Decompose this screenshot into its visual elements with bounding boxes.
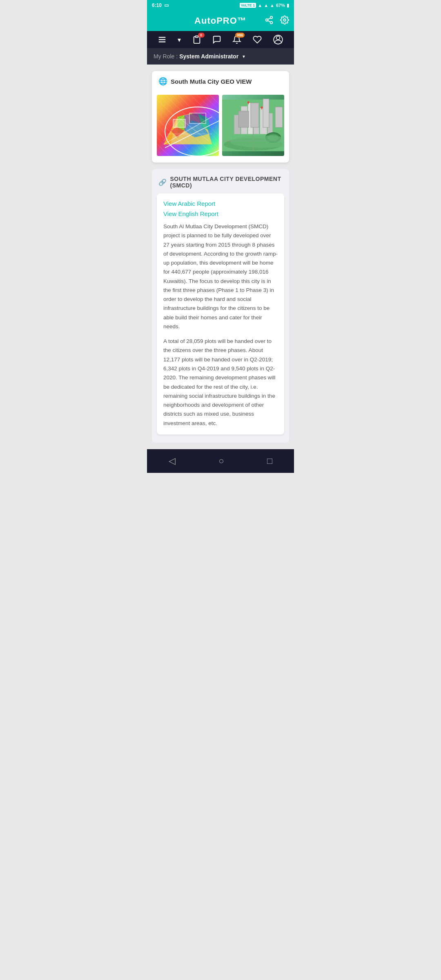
geo-3d-image[interactable] xyxy=(222,95,284,156)
status-bar: 6:10 ▭ VoLTE 1 ▲ ▲ ▲ 67% ▮ xyxy=(147,0,294,11)
geo-map-image[interactable] xyxy=(157,95,219,156)
globe-icon: 🌐 xyxy=(158,77,167,86)
menu-hamburger[interactable] xyxy=(158,35,167,44)
svg-point-24 xyxy=(224,138,283,150)
svg-rect-25 xyxy=(241,107,247,134)
header-icons xyxy=(265,16,289,27)
svg-point-32 xyxy=(267,134,278,140)
svg-point-33 xyxy=(247,101,249,103)
notification-bell[interactable]: 996 xyxy=(232,35,241,44)
geo-images-container xyxy=(152,91,289,163)
back-button[interactable]: ◁ xyxy=(162,454,182,468)
svg-marker-12 xyxy=(164,113,212,144)
svg-line-3 xyxy=(268,20,270,22)
smcd-card: 🔗 SOUTH MUTLAA CITY DEVELOPMENT (SMCD) V… xyxy=(152,169,289,443)
svg-rect-27 xyxy=(254,110,259,134)
app-header: AutoPRO™ xyxy=(147,11,294,31)
role-label: My Role : xyxy=(154,53,178,60)
svg-line-22 xyxy=(164,115,185,141)
status-right: VoLTE 1 ▲ ▲ ▲ 67% ▮ xyxy=(240,3,289,8)
smcd-desc-paragraph-1: South Al Mutlaa City Development (SMCD) … xyxy=(163,222,278,331)
svg-point-5 xyxy=(283,19,286,21)
smcd-header: 🔗 SOUTH MUTLAA CITY DEVELOPMENT (SMCD) xyxy=(152,169,289,194)
smcd-inner-card: View Arabic Report View English Report S… xyxy=(157,194,284,434)
nav-bar: ▾ 0 996 xyxy=(147,31,294,48)
smcd-description: South Al Mutlaa City Development (SMCD) … xyxy=(163,222,278,428)
home-button[interactable]: ○ xyxy=(212,454,230,468)
heart-icon[interactable] xyxy=(253,35,262,44)
geo-view-header: 🌐 South Mutla City GEO VIEW xyxy=(152,71,289,91)
svg-rect-28 xyxy=(234,115,241,134)
view-arabic-report-link[interactable]: View Arabic Report xyxy=(163,200,278,207)
volte-badge: VoLTE 1 xyxy=(240,3,256,8)
svg-rect-30 xyxy=(267,113,272,134)
geo-view-title: South Mutla City GEO VIEW xyxy=(171,78,252,85)
view-english-report-link[interactable]: View English Report xyxy=(163,210,278,217)
svg-point-10 xyxy=(276,36,280,40)
chat-icon[interactable] xyxy=(212,35,221,44)
main-content: 🌐 South Mutla City GEO VIEW xyxy=(147,65,294,449)
geo-view-card: 🌐 South Mutla City GEO VIEW xyxy=(152,71,289,163)
svg-marker-13 xyxy=(164,117,178,145)
svg-rect-9 xyxy=(195,36,198,38)
wifi-icon: ▲ xyxy=(258,3,262,8)
svg-marker-18 xyxy=(198,113,210,130)
svg-line-19 xyxy=(164,117,212,145)
smcd-desc-paragraph-2: A total of 28,059 plots will be handed o… xyxy=(163,337,278,428)
smcd-title: SOUTH MUTLAA CITY DEVELOPMENT (SMCD) xyxy=(170,176,283,189)
svg-marker-15 xyxy=(185,113,202,130)
notification-badge: 996 xyxy=(235,33,245,38)
svg-point-31 xyxy=(265,133,281,143)
app-title: AutoPRO™ xyxy=(194,16,247,26)
profile-icon[interactable] xyxy=(273,34,283,45)
status-time: 6:10 xyxy=(152,2,162,8)
svg-line-4 xyxy=(268,18,270,19)
clipboard-icon[interactable]: 0 xyxy=(192,35,201,44)
battery-icon: ▮ xyxy=(287,3,289,8)
battery-percent: 67% xyxy=(276,3,285,8)
dropdown-arrow[interactable]: ▾ xyxy=(178,36,181,44)
clipboard-badge: 0 xyxy=(198,33,205,38)
role-value: System Administrator xyxy=(179,53,238,60)
tag-icon: 🔗 xyxy=(158,178,167,186)
bottom-nav: ◁ ○ □ xyxy=(147,449,294,473)
svg-marker-16 xyxy=(185,120,209,137)
share-icon[interactable] xyxy=(265,16,274,27)
svg-marker-14 xyxy=(178,115,192,134)
status-left: 6:10 ▭ xyxy=(152,2,169,8)
svg-point-35 xyxy=(261,107,263,109)
svg-rect-23 xyxy=(222,100,284,151)
signal-icon1: ▲ xyxy=(264,3,268,8)
svg-rect-29 xyxy=(260,108,267,134)
role-dropdown-arrow[interactable]: ▼ xyxy=(242,54,246,59)
recent-apps-button[interactable]: □ xyxy=(261,454,279,468)
svg-marker-17 xyxy=(171,127,185,137)
settings-icon[interactable] xyxy=(280,16,289,27)
svg-line-21 xyxy=(178,117,209,141)
role-bar: My Role : System Administrator ▼ xyxy=(147,48,294,65)
signal-icon2: ▲ xyxy=(270,3,274,8)
svg-rect-26 xyxy=(248,103,253,134)
screen-icon: ▭ xyxy=(164,2,169,8)
